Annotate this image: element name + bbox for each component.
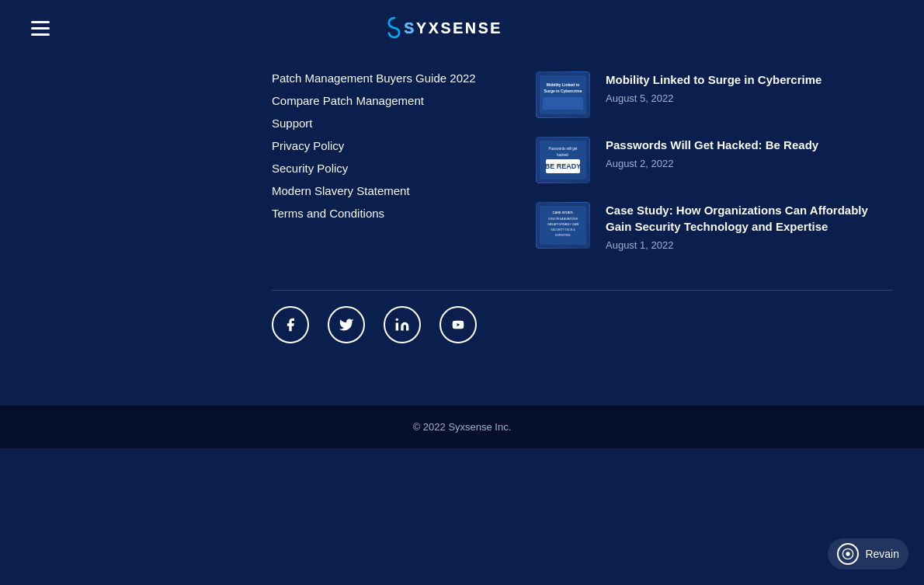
- logo-svg: SYXSENSE SYXSENSE: [384, 12, 540, 44]
- article-thumbnail-1: Mobility Linked to Surge in Cybercrime: [536, 71, 590, 118]
- article-title-2[interactable]: Passwords Will Get Hacked: Be Ready: [606, 137, 818, 153]
- svg-text:BE READY: BE READY: [545, 162, 582, 170]
- svg-point-20: [396, 319, 398, 321]
- article-info-2: Passwords Will Get Hacked: Be Ready Augu…: [606, 137, 818, 169]
- article-title-3[interactable]: Case Study: How Organizations Can Afford…: [606, 202, 893, 235]
- twitter-icon[interactable]: [328, 306, 365, 343]
- nav-link-terms-conditions[interactable]: Terms and Conditions: [272, 207, 489, 220]
- social-section: [0, 306, 924, 374]
- section-divider: [272, 290, 893, 291]
- nav-link-support[interactable]: Support: [272, 117, 489, 130]
- articles-list: Mobility Linked to Surge in Cybercrime M…: [536, 71, 893, 251]
- article-date-2: August 2, 2022: [606, 158, 818, 169]
- copyright-text: © 2022 Syxsense Inc.: [413, 421, 512, 433]
- article-date-3: August 1, 2022: [606, 239, 893, 251]
- hamburger-menu[interactable]: [31, 21, 50, 36]
- article-thumbnail-3: CASE STUDY: HOW ORGANIZATIONS CAN AFFORD…: [536, 202, 590, 249]
- revain-icon: [837, 543, 859, 565]
- svg-text:SECURITY TECH &: SECURITY TECH &: [551, 228, 575, 232]
- main-content: Patch Management Buyers Guide 2022 Compa…: [0, 56, 924, 282]
- nav-link-security-policy[interactable]: Security Policy: [272, 162, 489, 175]
- article-info-1: Mobility Linked to Surge in Cybercrime A…: [606, 71, 822, 104]
- article-item: CASE STUDY: HOW ORGANIZATIONS CAN AFFORD…: [536, 202, 893, 251]
- social-icons-group: [272, 306, 893, 343]
- svg-text:EXPERTISE: EXPERTISE: [555, 234, 571, 237]
- svg-text:hacked:: hacked:: [557, 153, 569, 157]
- article-date-1: August 5, 2022: [606, 92, 822, 104]
- svg-text:CAN AFFORDABLY GAIN: CAN AFFORDABLY GAIN: [547, 223, 579, 226]
- revain-widget[interactable]: Revain: [828, 538, 908, 569]
- logo: SYXSENSE SYXSENSE: [384, 12, 540, 44]
- nav-link-modern-slavery[interactable]: Modern Slavery Statement: [272, 184, 489, 197]
- nav-link-compare-patch[interactable]: Compare Patch Management: [272, 94, 489, 107]
- nav-link-privacy-policy[interactable]: Privacy Policy: [272, 139, 489, 152]
- article-item: Mobility Linked to Surge in Cybercrime M…: [536, 71, 893, 118]
- article-title-1[interactable]: Mobility Linked to Surge in Cybercrime: [606, 71, 822, 88]
- svg-text:SYXSENSE: SYXSENSE: [404, 19, 502, 37]
- footer: © 2022 Syxsense Inc.: [0, 406, 924, 448]
- svg-point-23: [846, 552, 850, 555]
- svg-text:Passwords will get: Passwords will get: [548, 147, 578, 151]
- svg-text:Mobility Linked to: Mobility Linked to: [547, 82, 580, 87]
- revain-label: Revain: [865, 548, 899, 560]
- svg-text:HOW ORGANIZATIONS: HOW ORGANIZATIONS: [548, 218, 578, 221]
- article-item: Passwords will get hacked: BE READY Pass…: [536, 137, 893, 183]
- youtube-icon[interactable]: [439, 306, 477, 343]
- header: SYXSENSE SYXSENSE: [0, 0, 924, 56]
- article-info-3: Case Study: How Organizations Can Afford…: [606, 202, 893, 251]
- nav-link-patch-guide[interactable]: Patch Management Buyers Guide 2022: [272, 71, 489, 85]
- svg-text:CASE STUDY:: CASE STUDY:: [553, 211, 574, 214]
- svg-rect-6: [543, 97, 583, 110]
- nav-links: Patch Management Buyers Guide 2022 Compa…: [272, 71, 489, 251]
- article-thumbnail-2: Passwords will get hacked: BE READY: [536, 137, 590, 183]
- linkedin-icon[interactable]: [384, 306, 421, 343]
- facebook-icon[interactable]: [272, 306, 309, 343]
- svg-text:Surge in Cybercrime: Surge in Cybercrime: [544, 89, 582, 93]
